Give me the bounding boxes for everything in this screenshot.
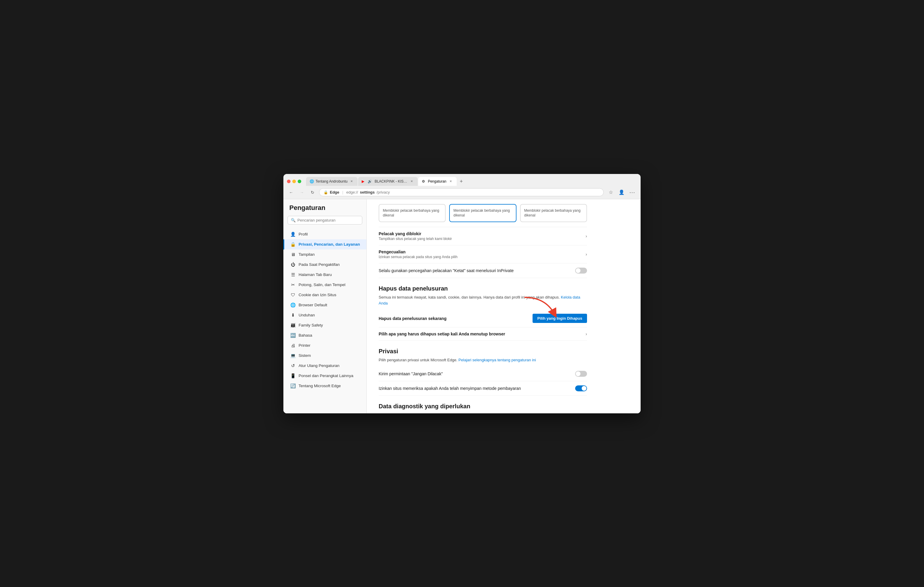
tracking-card-basic-text: Memblokir pelacak berbahaya yang dikenal xyxy=(383,209,439,218)
sidebar-item-atur-ulang[interactable]: ↺ Atur Ulang Pengaturan xyxy=(284,361,366,371)
diagnostik-required-desc: Microsoft mengumpulkan data diagnostik y… xyxy=(379,412,587,413)
back-button[interactable]: ← xyxy=(287,188,295,197)
pelacak-diblokir-chevron: › xyxy=(586,234,587,238)
minimize-window-button[interactable] xyxy=(292,179,296,183)
url-path: /privacy xyxy=(376,190,390,194)
halaman-tab-icon: ☰ xyxy=(290,272,295,278)
choose-what-to-clear-button[interactable]: Pilih yang Ingin Dihapus xyxy=(533,314,587,323)
hapus-setiap-kali-title: Pilih apa yang harus dihapus setiap kali… xyxy=(379,332,582,336)
title-bar: 🌐 Tentang Androbuntu ✕ ▶ 🔊 BLACKPINK - K… xyxy=(284,174,640,186)
sidebar-item-potong[interactable]: ✂ Potong, Salin, dan Tempel xyxy=(284,280,366,290)
browser-window: 🌐 Tentang Androbuntu ✕ ▶ 🔊 BLACKPINK - K… xyxy=(284,174,640,413)
btn-area: Pilih yang Ingin Dihapus xyxy=(533,314,587,323)
new-tab-button[interactable]: + xyxy=(457,178,465,186)
speaker-icon: 🔊 xyxy=(368,179,372,184)
cookie-icon: 🛡 xyxy=(290,292,295,298)
tab-tentang-androbuntu-close[interactable]: ✕ xyxy=(349,179,354,184)
sidebar-item-browser-default[interactable]: 🌐 Browser Default xyxy=(284,300,366,310)
sidebar-item-cookie[interactable]: 🛡 Cookie dan Izin Situs xyxy=(284,290,366,300)
androbuntu-tab-icon: 🌐 xyxy=(310,179,314,184)
profil-icon: 👤 xyxy=(290,232,295,237)
tab-tentang-androbuntu[interactable]: 🌐 Tentang Androbuntu ✕ xyxy=(306,177,358,186)
sidebar-item-cookie-label: Cookie dan Izin Situs xyxy=(299,293,337,297)
pembayaran-title: Izinkan situs memeriksa apakah Anda tela… xyxy=(379,386,575,391)
address-bar: ← → ↻ 🔒 Edge | edge://settings/privacy ☆… xyxy=(284,186,640,199)
sidebar-item-tentang[interactable]: 🔄 Tentang Microsoft Edge xyxy=(284,381,366,391)
settings-tab-icon: ⚙ xyxy=(422,179,426,184)
search-input[interactable] xyxy=(297,218,359,222)
sistem-icon: 💻 xyxy=(290,353,295,358)
tab-pengaturan[interactable]: ⚙ Pengaturan ✕ xyxy=(418,177,456,186)
pembayaran-left: Izinkan situs memeriksa apakah Anda tela… xyxy=(379,386,575,391)
jangan-dilacak-left: Kirim permintaan "Jangan Dilacak" xyxy=(379,372,575,376)
menu-button[interactable]: ··· xyxy=(627,187,637,197)
refresh-button[interactable]: ↻ xyxy=(309,188,317,197)
tab-tentang-androbuntu-label: Tentang Androbuntu xyxy=(315,179,347,184)
jangan-dilacak-toggle[interactable] xyxy=(575,371,587,377)
tab-pengaturan-label: Pengaturan xyxy=(428,179,446,184)
hapus-setiap-kali-left: Pilih apa yang harus dihapus setiap kali… xyxy=(379,332,582,336)
ponsel-icon: 📱 xyxy=(290,373,295,378)
hapus-setiap-kali-row[interactable]: Pilih apa yang harus dihapus setiap kali… xyxy=(379,327,587,341)
pengecualian-chevron: › xyxy=(586,252,587,257)
sidebar-item-family-safety-label: Family Safety xyxy=(299,323,323,327)
tab-blackpink[interactable]: ▶ 🔊 BLACKPINK - KISS AND M... ✕ xyxy=(358,177,417,186)
tentang-icon: 🔄 xyxy=(290,383,295,389)
sidebar-item-unduhan[interactable]: ⬇ Unduhan xyxy=(284,310,366,320)
privasi-section-title: Privasi xyxy=(379,348,587,355)
pelajari-link[interactable]: Pelajari selengkapnya tentang pengaturan… xyxy=(459,358,536,362)
bahasa-icon: 🔤 xyxy=(290,333,295,338)
inprivate-row: Selalu gunakan pencegahan pelacakan "Ket… xyxy=(379,263,587,278)
diagnostik-required-title: Data diagnostik yang diperlukan xyxy=(379,403,587,410)
pembayaran-toggle[interactable] xyxy=(575,385,587,391)
sidebar-item-ponsel[interactable]: 📱 Ponsel dan Perangkat Lainnya xyxy=(284,371,366,381)
sidebar-item-sistem[interactable]: 💻 Sistem xyxy=(284,350,366,361)
tracking-card-basic[interactable]: Memblokir pelacak berbahaya yang dikenal xyxy=(379,204,446,222)
sidebar-item-atur-ulang-label: Atur Ulang Pengaturan xyxy=(299,363,339,368)
blackpink-tab-icon: ▶ xyxy=(362,179,366,184)
sidebar-item-printer[interactable]: 🖨 Printer xyxy=(284,340,366,350)
tab-pengaturan-close[interactable]: ✕ xyxy=(448,179,453,184)
pengecualian-left: Pengecualian Izinkan semua pelacak pada … xyxy=(379,250,582,259)
pembayaran-row: Izinkan situs memeriksa apakah Anda tela… xyxy=(379,381,587,396)
sidebar-title: Pengaturan xyxy=(284,204,366,216)
atur-ulang-icon: ↺ xyxy=(290,363,295,368)
sidebar-item-privasi[interactable]: 🔒 Privasi, Pencarian, dan Layanan xyxy=(284,239,366,250)
sidebar-item-profil-label: Profil xyxy=(299,232,308,237)
pelacak-diblokir-left: Pelacak yang diblokir Tampilkan situs pe… xyxy=(379,231,582,241)
search-box[interactable]: 🔍 xyxy=(287,216,362,225)
pengaktifan-icon: ⏻ xyxy=(290,262,295,267)
forward-button[interactable]: → xyxy=(298,188,306,197)
tracking-card-balanced[interactable]: Memblokir pelacak berbahaya yang dikenal xyxy=(449,204,516,222)
tab-blackpink-close[interactable]: ✕ xyxy=(409,179,414,184)
favorites-button[interactable]: ☆ xyxy=(606,187,615,197)
sidebar-item-halaman-tab[interactable]: ☰ Halaman Tab Baru xyxy=(284,270,366,280)
profile-button[interactable]: 👤 xyxy=(617,187,626,197)
family-safety-icon: 👨‍👩‍👧 xyxy=(290,323,295,328)
pelacak-diblokir-desc: Tampilkan situs pelacak yang telah kami … xyxy=(379,237,582,241)
sidebar-item-pengaktifan[interactable]: ⏻ Pada Saat Pengaktifan xyxy=(284,260,366,270)
inprivate-left: Selalu gunakan pencegahan pelacakan "Ket… xyxy=(379,268,575,273)
maximize-window-button[interactable] xyxy=(298,179,301,183)
close-window-button[interactable] xyxy=(287,179,290,183)
sidebar-item-pengaktifan-label: Pada Saat Pengaktifan xyxy=(299,262,340,267)
tabs-row: 🌐 Tentang Androbuntu ✕ ▶ 🔊 BLACKPINK - K… xyxy=(306,177,637,186)
unduhan-icon: ⬇ xyxy=(290,312,295,318)
inprivate-toggle[interactable] xyxy=(575,268,587,274)
tracking-card-balanced-text: Memblokir pelacak berbahaya yang dikenal xyxy=(454,209,510,218)
sidebar-item-tampilan[interactable]: 🖥 Tampilan xyxy=(284,250,366,260)
inprivate-label: Selalu gunakan pencegahan pelacakan "Ket… xyxy=(379,268,575,273)
url-bar[interactable]: 🔒 Edge | edge://settings/privacy xyxy=(319,188,604,196)
tab-blackpink-label: BLACKPINK - KISS AND M... xyxy=(375,179,408,184)
tracking-card-strict[interactable]: Memblokir pelacak berbahaya yang dikenal xyxy=(520,204,587,222)
sidebar-item-printer-label: Printer xyxy=(299,343,310,348)
sidebar-item-sistem-label: Sistem xyxy=(299,353,311,358)
sidebar-item-profil[interactable]: 👤 Profil xyxy=(284,229,366,239)
pelacak-diblokir-row[interactable]: Pelacak yang diblokir Tampilkan situs pe… xyxy=(379,227,587,245)
pengecualian-row[interactable]: Pengecualian Izinkan semua pelacak pada … xyxy=(379,245,587,263)
sidebar-item-ponsel-label: Ponsel dan Perangkat Lainnya xyxy=(299,373,353,378)
url-domain: Edge xyxy=(330,190,339,194)
jangan-dilacak-row: Kirim permintaan "Jangan Dilacak" xyxy=(379,367,587,381)
sidebar-item-family-safety[interactable]: 👨‍👩‍👧 Family Safety xyxy=(284,320,366,330)
sidebar-item-bahasa[interactable]: 🔤 Bahasa xyxy=(284,330,366,340)
